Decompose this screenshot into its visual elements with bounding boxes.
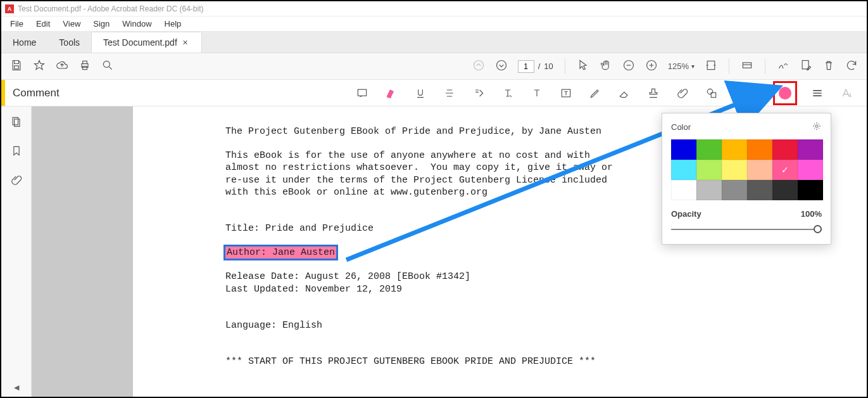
menu-edit[interactable]: Edit xyxy=(30,17,56,30)
swatch[interactable] xyxy=(722,139,747,160)
swatch[interactable] xyxy=(798,180,823,200)
pencil-icon[interactable] xyxy=(586,84,604,102)
doc-line-highlighted[interactable]: Author: Jane Austen xyxy=(225,247,867,259)
zoom-value: 125% xyxy=(668,61,689,71)
thumbnails-icon[interactable] xyxy=(10,115,23,131)
insert-text-icon[interactable] xyxy=(499,84,517,102)
read-mode-icon[interactable] xyxy=(741,59,753,74)
refresh-icon[interactable] xyxy=(845,59,858,74)
sticky-note-icon[interactable] xyxy=(353,84,371,102)
bookmark-icon[interactable] xyxy=(10,144,23,160)
slider-thumb[interactable] xyxy=(814,225,822,233)
comment-accent xyxy=(1,80,5,106)
close-tab-icon[interactable]: ✕ xyxy=(182,39,190,47)
zoom-out-icon[interactable] xyxy=(622,59,635,74)
text-box-icon[interactable] xyxy=(557,84,575,102)
page-total: 10 xyxy=(544,61,553,71)
window-title: Test Document.pdf - Adobe Acrobat Reader… xyxy=(18,4,203,13)
hand-icon[interactable] xyxy=(600,59,612,74)
swatch[interactable] xyxy=(772,180,798,200)
cloud-upload-icon[interactable] xyxy=(56,59,68,74)
zoom-in-icon[interactable] xyxy=(645,59,658,74)
menu-help[interactable]: Help xyxy=(158,17,188,30)
page-gutter xyxy=(32,106,133,397)
tab-document-label: Test Document.pdf xyxy=(103,37,177,48)
swatch-selected[interactable] xyxy=(772,160,798,180)
replace-text-icon[interactable] xyxy=(470,84,487,102)
tab-tools-label: Tools xyxy=(59,37,80,48)
swatch[interactable] xyxy=(747,139,772,160)
collapse-rail-icon[interactable]: ◀ xyxy=(14,383,19,392)
search-icon[interactable] xyxy=(101,59,114,74)
menu-view[interactable]: View xyxy=(56,17,87,30)
page-up-icon[interactable] xyxy=(472,59,485,74)
color-popover: Color Opacity 100% xyxy=(662,113,831,245)
swatch[interactable] xyxy=(747,180,772,200)
comment-label: Comment xyxy=(13,87,60,100)
add-text-icon[interactable] xyxy=(528,84,546,102)
menu-file[interactable]: File xyxy=(4,17,30,30)
text-style-icon[interactable] xyxy=(838,84,855,102)
save-icon[interactable] xyxy=(10,59,23,74)
svg-rect-2 xyxy=(83,61,87,63)
svg-rect-10 xyxy=(743,62,751,67)
strikethrough-icon[interactable] xyxy=(441,84,458,102)
swatch[interactable] xyxy=(747,160,772,180)
opacity-value: 100% xyxy=(801,209,822,219)
swatch[interactable] xyxy=(671,180,696,200)
swatch[interactable] xyxy=(772,139,798,160)
attachment-icon[interactable] xyxy=(10,174,23,189)
titlebar: A Test Document.pdf - Adobe Acrobat Read… xyxy=(1,1,867,16)
slider-track xyxy=(671,229,822,230)
shapes-icon[interactable] xyxy=(703,84,720,102)
doc-line: Language: English xyxy=(225,319,867,331)
attach-icon[interactable] xyxy=(674,84,691,102)
tab-tools[interactable]: Tools xyxy=(47,32,91,53)
tab-home[interactable]: Home xyxy=(1,32,47,53)
chevron-down-icon: ▾ xyxy=(691,63,695,70)
color-dot-icon xyxy=(779,87,791,100)
stamp-icon[interactable] xyxy=(645,84,662,102)
swatch[interactable] xyxy=(722,180,747,200)
opacity-slider[interactable] xyxy=(671,225,822,234)
swatch[interactable] xyxy=(671,160,696,180)
highlight-icon[interactable] xyxy=(382,84,400,102)
sign-icon[interactable] xyxy=(777,59,789,74)
color-picker-button[interactable] xyxy=(773,81,797,105)
edit-pdf-icon[interactable] xyxy=(800,59,812,74)
svg-rect-11 xyxy=(802,60,808,68)
menu-sign[interactable]: Sign xyxy=(87,17,116,30)
tab-document[interactable]: Test Document.pdf ✕ xyxy=(91,32,202,53)
swatch[interactable] xyxy=(722,160,747,180)
svg-point-6 xyxy=(496,60,506,70)
delete-icon[interactable] xyxy=(822,59,835,74)
swatch[interactable] xyxy=(696,160,722,180)
swatch[interactable] xyxy=(798,160,823,180)
line-thickness-icon[interactable] xyxy=(808,84,826,102)
zoom-select[interactable]: 125% ▾ xyxy=(668,61,695,71)
opacity-label: Opacity xyxy=(671,209,701,219)
color-swatches xyxy=(671,139,822,200)
swatch[interactable] xyxy=(696,180,722,200)
page-down-icon[interactable] xyxy=(495,59,508,74)
print-icon[interactable] xyxy=(79,59,91,74)
gear-icon[interactable] xyxy=(812,121,822,133)
star-icon[interactable] xyxy=(33,59,46,74)
svg-point-18 xyxy=(815,125,818,127)
fit-width-icon[interactable] xyxy=(705,59,717,74)
page-number-input[interactable] xyxy=(518,60,534,73)
svg-rect-16 xyxy=(13,117,18,125)
pin-icon[interactable] xyxy=(744,84,762,102)
underline-icon[interactable] xyxy=(412,84,429,102)
menu-window[interactable]: Window xyxy=(116,17,158,30)
highlighted-text[interactable]: Author: Jane Austen xyxy=(225,247,336,259)
svg-point-4 xyxy=(103,61,110,67)
divider xyxy=(732,86,733,101)
swatch[interactable] xyxy=(798,139,823,160)
eraser-icon[interactable] xyxy=(615,84,633,102)
swatch[interactable] xyxy=(671,139,696,160)
pointer-icon[interactable] xyxy=(577,59,589,74)
swatch[interactable] xyxy=(696,139,722,160)
svg-point-5 xyxy=(474,60,483,70)
page-sep: / xyxy=(538,61,541,71)
